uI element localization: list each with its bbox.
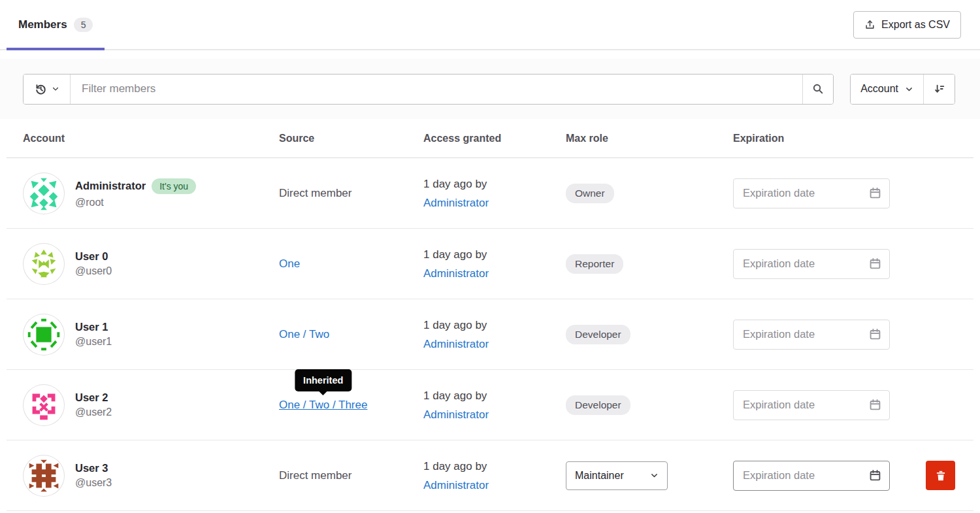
access-granted-by-link[interactable]: Administrator <box>423 197 489 209</box>
members-table: Account Source Access granted Max role E… <box>7 119 973 511</box>
chevron-down-icon <box>905 85 913 93</box>
access-granted-time: 1 day ago by <box>423 245 566 264</box>
sort-direction-button[interactable] <box>923 74 955 104</box>
access-granted-cell: 1 day ago by Administrator <box>423 245 566 283</box>
member-name[interactable]: User 3 <box>75 462 108 474</box>
access-granted-cell: 1 day ago by Administrator <box>423 457 566 495</box>
source-link[interactable]: One / Two <box>279 328 329 340</box>
max-role-badge: Developer <box>566 325 630 344</box>
access-granted-time: 1 day ago by <box>423 457 566 476</box>
sort-field-label: Account <box>860 83 898 95</box>
remove-member-button[interactable] <box>926 461 955 490</box>
filter-group <box>23 74 834 105</box>
expiration-date-field <box>733 178 890 208</box>
sort-field-dropdown[interactable]: Account <box>851 74 923 104</box>
table-row: Administrator It's you @root Direct memb… <box>7 158 973 229</box>
members-count-badge: 5 <box>74 18 93 32</box>
expiration-date-field <box>733 249 890 279</box>
sort-descending-icon <box>934 83 945 95</box>
expiration-date-input <box>743 187 869 199</box>
access-granted-by-link[interactable]: Administrator <box>423 479 489 491</box>
access-granted-by-link[interactable]: Administrator <box>423 408 489 421</box>
table-header-row: Account Source Access granted Max role E… <box>7 119 973 158</box>
export-icon <box>864 19 875 30</box>
calendar-icon <box>869 469 881 482</box>
member-name[interactable]: Administrator <box>75 180 146 192</box>
member-name[interactable]: User 1 <box>75 321 108 333</box>
access-granted-time: 1 day ago by <box>423 386 566 405</box>
tabs-bar: Members 5 Export as CSV <box>0 0 980 50</box>
source-cell: Direct member <box>279 187 423 200</box>
max-role-badge: Owner <box>566 184 614 203</box>
member-name[interactable]: User 2 <box>75 391 108 404</box>
access-granted-by-link[interactable]: Administrator <box>423 338 489 350</box>
member-username: @user0 <box>75 265 112 277</box>
export-csv-button[interactable]: Export as CSV <box>853 11 961 39</box>
search-icon <box>812 83 824 95</box>
calendar-icon <box>869 328 881 340</box>
expiration-date-field <box>733 390 890 420</box>
access-granted-cell: 1 day ago by Administrator <box>423 316 566 354</box>
member-name[interactable]: User 0 <box>75 250 108 263</box>
member-username: @user2 <box>75 406 112 418</box>
column-header-expiration: Expiration <box>733 133 926 144</box>
max-role-badge: Developer <box>566 395 630 415</box>
its-you-badge: It's you <box>152 178 196 194</box>
member-username: @user3 <box>75 477 112 489</box>
search-button[interactable] <box>802 74 833 104</box>
filter-history-dropdown[interactable] <box>24 74 71 104</box>
max-role-badge: Reporter <box>566 254 623 274</box>
column-header-max-role: Max role <box>566 133 733 144</box>
sort-group: Account <box>850 74 955 105</box>
history-icon <box>35 83 47 95</box>
max-role-dropdown[interactable]: Maintainer <box>566 461 668 490</box>
column-header-account: Account <box>23 133 279 144</box>
expiration-date-input <box>743 399 869 411</box>
chevron-down-icon <box>52 85 59 93</box>
export-csv-label: Export as CSV <box>881 19 950 31</box>
trash-icon <box>935 470 947 482</box>
source-link[interactable]: One <box>279 257 300 270</box>
inherited-tooltip: Inherited <box>295 369 351 391</box>
access-granted-time: 1 day ago by <box>423 174 566 193</box>
calendar-icon <box>869 187 881 199</box>
chevron-down-icon <box>650 471 659 480</box>
calendar-icon <box>869 257 881 270</box>
expiration-date-input <box>743 328 869 340</box>
access-granted-cell: 1 day ago by Administrator <box>423 174 566 212</box>
calendar-icon <box>869 399 881 411</box>
expiration-date-input <box>743 257 869 270</box>
table-row: User 3 @user3 Direct member 1 day ago by… <box>7 440 973 511</box>
table-row: User 1 @user1 One / Two 1 day ago by Adm… <box>7 299 973 370</box>
avatar <box>23 314 65 356</box>
source-link[interactable]: One / Two / Three <box>279 399 367 411</box>
access-granted-cell: 1 day ago by Administrator <box>423 386 566 424</box>
tab-members-label: Members <box>18 18 67 31</box>
access-granted-by-link[interactable]: Administrator <box>423 267 489 280</box>
column-header-source: Source <box>279 133 423 144</box>
avatar <box>23 455 65 497</box>
member-username: @root <box>75 197 196 208</box>
column-header-access-granted: Access granted <box>423 133 566 144</box>
avatar <box>23 243 65 285</box>
source-cell: Direct member <box>279 469 423 482</box>
avatar <box>23 384 65 426</box>
avatar <box>23 173 65 214</box>
table-row: User 2 @user2 One / Two / Three Inherite… <box>7 370 973 440</box>
table-row: User 0 @user0 One 1 day ago by Administr… <box>7 229 973 299</box>
member-username: @user1 <box>75 336 112 348</box>
expiration-date-field <box>733 320 890 350</box>
filter-bar: Account <box>0 59 980 119</box>
access-granted-time: 1 day ago by <box>423 316 566 335</box>
expiration-date-input[interactable] <box>743 469 869 482</box>
filter-members-input[interactable] <box>71 74 802 104</box>
max-role-dropdown-label: Maintainer <box>575 470 624 482</box>
tab-members[interactable]: Members 5 <box>7 0 105 49</box>
expiration-date-field <box>733 461 890 491</box>
